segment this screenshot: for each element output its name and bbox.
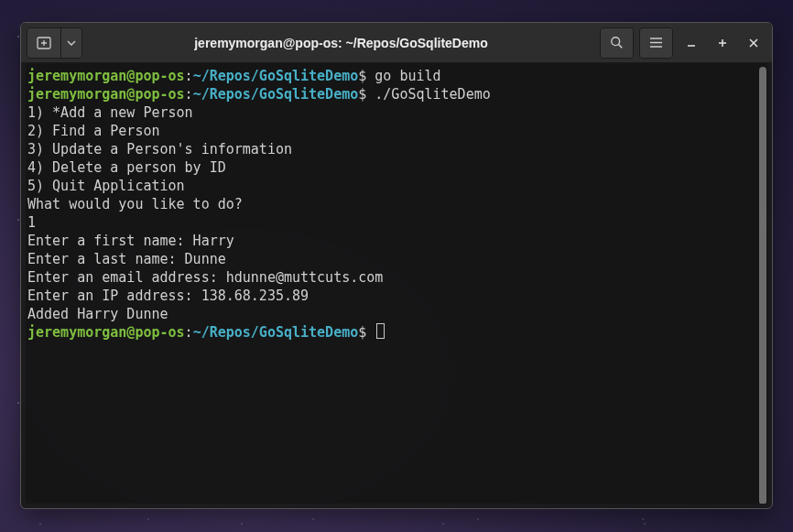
- prompt-path: ~/Repos/GoSqliteDemo: [193, 324, 359, 341]
- prompt-path: ~/Repos/GoSqliteDemo: [193, 68, 359, 84]
- new-tab-dropdown[interactable]: [60, 28, 81, 58]
- minimize-button[interactable]: [679, 28, 704, 58]
- terminal-scrollbar[interactable]: [759, 67, 766, 504]
- terminal-window: jeremymorgan@pop-os: ~/Repos/GoSqliteDem…: [20, 22, 773, 509]
- prompt-user: jeremymorgan@pop-os: [27, 86, 185, 103]
- output-line: Enter a first name: Harry: [27, 233, 234, 249]
- new-tab-button[interactable]: [27, 28, 60, 58]
- prompt-user: jeremymorgan@pop-os: [27, 324, 185, 341]
- prompt-symbol: $: [358, 324, 366, 341]
- output-line: 2) Find a Person: [27, 123, 160, 139]
- prompt-symbol: $: [358, 68, 366, 84]
- output-line: Enter a last name: Dunne: [27, 251, 226, 267]
- command-1: go build: [366, 68, 440, 84]
- terminal-area: jeremymorgan@pop-os:~/Repos/GoSqliteDemo…: [21, 63, 772, 508]
- output-line: 1: [27, 214, 36, 231]
- window-titlebar: jeremymorgan@pop-os: ~/Repos/GoSqliteDem…: [21, 23, 772, 63]
- cursor-icon: [376, 323, 385, 339]
- prompt-sep: :: [185, 68, 193, 84]
- output-line: 3) Update a Person's information: [27, 141, 292, 157]
- terminal-output[interactable]: jeremymorgan@pop-os:~/Repos/GoSqliteDemo…: [26, 63, 767, 504]
- prompt-sep: :: [185, 86, 193, 103]
- command-2: ./GoSqliteDemo: [366, 86, 490, 103]
- search-button[interactable]: [601, 28, 633, 58]
- output-line: Enter an IP address: 138.68.235.89: [27, 288, 309, 304]
- window-title: jeremymorgan@pop-os: ~/Repos/GoSqliteDem…: [82, 36, 600, 50]
- output-line: Enter an email address: hdunne@muttcuts.…: [27, 269, 383, 286]
- output-line: What would you like to do?: [27, 196, 243, 212]
- output-line: 5) Quit Application: [27, 178, 185, 194]
- desktop-background: jeremymorgan@pop-os: ~/Repos/GoSqliteDem…: [0, 0, 793, 532]
- maximize-button[interactable]: [710, 28, 735, 58]
- close-button[interactable]: [741, 28, 766, 58]
- prompt-symbol: $: [358, 86, 366, 103]
- prompt-path: ~/Repos/GoSqliteDemo: [193, 86, 359, 103]
- svg-point-3: [612, 38, 620, 46]
- output-line: 1) *Add a new Person: [27, 104, 193, 121]
- output-line: 4) Delete a person by ID: [27, 159, 226, 176]
- new-tab-group: [27, 27, 82, 59]
- menu-button[interactable]: [640, 28, 672, 58]
- svg-line-4: [619, 45, 623, 49]
- prompt-user: jeremymorgan@pop-os: [27, 68, 185, 84]
- prompt-sep: :: [185, 324, 193, 341]
- output-line: Added Harry Dunne: [27, 306, 168, 322]
